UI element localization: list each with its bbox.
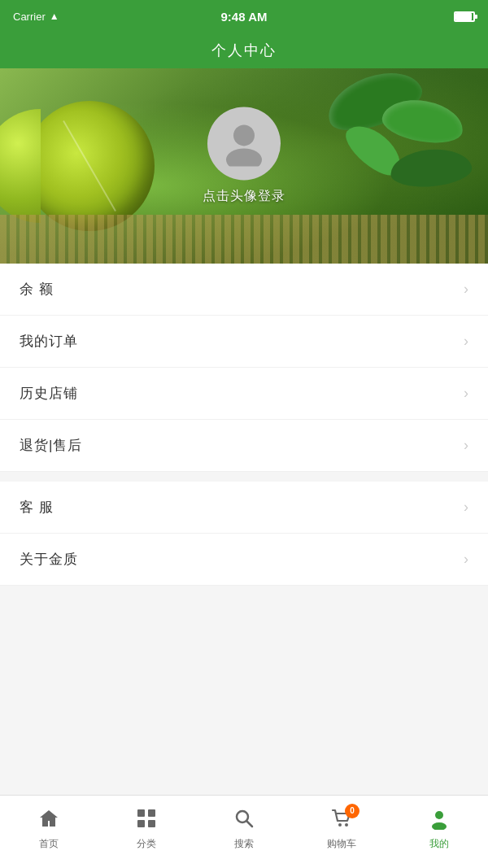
- nav-cart-label: 购物车: [327, 837, 356, 851]
- hero-banner[interactable]: 点击头像登录: [0, 68, 488, 264]
- svg-rect-2: [137, 809, 145, 817]
- nav-home-label: 首页: [39, 837, 59, 851]
- menu-about-label: 关于金质: [20, 550, 78, 569]
- chevron-right-icon-5: ›: [464, 551, 468, 568]
- menu-divider: [0, 472, 488, 482]
- menu-section-1: 余 额 › 我的订单 › 历史店铺 › 退货|售后 ›: [0, 264, 488, 472]
- avatar-container[interactable]: 点击头像登录: [203, 107, 285, 205]
- page-title: 个人中心: [211, 41, 277, 60]
- nav-mine-label: 我的: [429, 837, 449, 851]
- menu-item-orders[interactable]: 我的订单 ›: [0, 316, 488, 368]
- avatar[interactable]: [207, 107, 281, 180]
- menu-balance-label: 余 额: [20, 280, 54, 299]
- menu-returns-label: 退货|售后: [20, 436, 82, 455]
- svg-point-0: [233, 124, 255, 146]
- nav-item-mine[interactable]: 我的: [390, 796, 488, 868]
- carrier-label: Carrier ▲: [13, 11, 59, 23]
- chevron-right-icon-4: ›: [464, 499, 468, 516]
- bottom-nav: 首页 分类 搜索 0: [0, 795, 488, 868]
- svg-point-9: [345, 823, 348, 827]
- chevron-right-icon-2: ›: [464, 385, 468, 402]
- svg-rect-4: [137, 820, 145, 827]
- svg-rect-3: [148, 809, 155, 817]
- grid-icon: [135, 807, 158, 834]
- nav-bar: 个人中心: [0, 33, 488, 68]
- bamboo-decoration: [0, 215, 488, 264]
- svg-point-8: [338, 823, 342, 827]
- nav-search-label: 搜索: [234, 837, 254, 851]
- menu-item-returns[interactable]: 退货|售后 ›: [0, 420, 488, 472]
- cart-badge: 0: [345, 804, 359, 818]
- nav-item-home[interactable]: 首页: [0, 796, 98, 868]
- svg-point-10: [435, 811, 443, 819]
- menu-item-balance[interactable]: 余 额 ›: [0, 264, 488, 316]
- menu-item-about[interactable]: 关于金质 ›: [0, 534, 488, 586]
- search-icon: [233, 807, 255, 834]
- chevron-right-icon-1: ›: [464, 333, 468, 350]
- cart-icon: 0: [330, 807, 353, 834]
- menu-history-label: 历史店铺: [20, 384, 78, 403]
- status-bar: Carrier ▲ 9:48 AM: [0, 0, 488, 33]
- nav-item-search[interactable]: 搜索: [195, 796, 293, 868]
- menu-service-label: 客 服: [20, 498, 54, 517]
- menu-section-2: 客 服 › 关于金质 ›: [0, 482, 488, 586]
- nav-category-label: 分类: [137, 837, 156, 851]
- chevron-right-icon-3: ›: [464, 437, 468, 454]
- svg-rect-5: [148, 820, 155, 827]
- svg-line-7: [247, 821, 253, 827]
- avatar-login-label: 点击头像登录: [203, 188, 285, 205]
- battery-icon: [454, 11, 475, 22]
- menu-orders-label: 我的订单: [20, 332, 78, 351]
- wifi-icon: ▲: [50, 11, 59, 22]
- status-time: 9:48 AM: [221, 10, 268, 24]
- person-icon: [220, 117, 268, 169]
- svg-point-1: [226, 148, 262, 166]
- chevron-right-icon-0: ›: [464, 281, 468, 298]
- nav-item-cart[interactable]: 0 购物车: [293, 796, 390, 868]
- nav-item-category[interactable]: 分类: [98, 796, 195, 868]
- person-nav-icon: [428, 807, 451, 834]
- lime-decoration: [24, 101, 155, 231]
- home-icon: [37, 807, 60, 834]
- menu-item-history[interactable]: 历史店铺 ›: [0, 368, 488, 420]
- menu-item-service[interactable]: 客 服 ›: [0, 482, 488, 534]
- svg-point-11: [432, 822, 447, 830]
